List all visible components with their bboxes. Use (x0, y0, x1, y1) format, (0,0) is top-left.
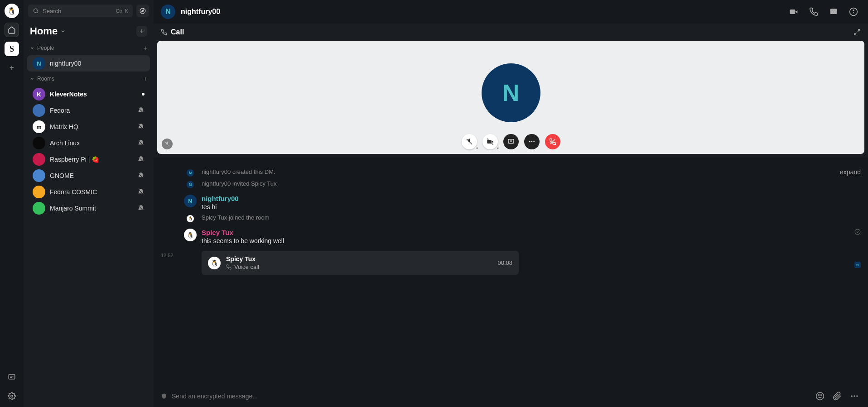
screenshare-button[interactable] (503, 134, 519, 149)
search-input[interactable]: Search Ctrl K (28, 5, 133, 17)
call-title: Call (171, 28, 184, 36)
call-tile[interactable]: 🐧 Spicy Tux Voice call 00:08 (202, 251, 519, 275)
compass-icon (140, 8, 146, 14)
room-info-button[interactable] (846, 5, 861, 19)
mic-toggle-button[interactable] (462, 134, 477, 149)
attach-button[interactable] (831, 390, 844, 402)
space-home[interactable] (5, 23, 19, 37)
emoji-icon (815, 392, 825, 401)
svg-point-32 (533, 141, 535, 143)
threads-icon (8, 373, 16, 381)
muted-indicator (137, 172, 145, 179)
muted-indicator (137, 188, 145, 196)
participant-muted-badge (162, 139, 173, 149)
people-label: People (37, 45, 54, 51)
bell-off-icon (137, 107, 145, 114)
people-item[interactable]: N nightfury00 (27, 55, 150, 72)
avatar: N (33, 57, 45, 70)
room-item[interactable]: K KleverNotes (27, 86, 150, 102)
room-header-title[interactable]: nightfury00 (181, 8, 220, 16)
room-item[interactable]: Raspberry Pi | 🍓 (27, 151, 150, 168)
svg-point-34 (855, 229, 860, 235)
room-header-avatar[interactable]: N (161, 5, 175, 19)
svg-point-3 (11, 395, 13, 397)
room-item[interactable]: Fedora (27, 102, 150, 119)
mic-off-icon (164, 141, 170, 147)
sent-indicator (854, 229, 861, 235)
bell-off-icon (137, 188, 145, 196)
settings-button[interactable] (5, 389, 19, 403)
search-icon (33, 8, 39, 14)
svg-point-38 (851, 395, 853, 397)
sender-name[interactable]: Spicy Tux (202, 229, 861, 236)
video-off-icon (487, 138, 494, 145)
sender-name[interactable]: nightfury00 (202, 195, 861, 202)
main-panel: N nightfury00 Call N (154, 0, 868, 407)
svg-marker-16 (795, 10, 797, 13)
room-name: Manjaro Summit (50, 205, 133, 212)
spaces-bar: 🐧 S + (0, 0, 24, 407)
room-item[interactable]: GNOME (27, 168, 150, 184)
rooms-section-header[interactable]: Rooms + (24, 72, 154, 86)
expand-button[interactable]: expand (840, 168, 861, 176)
add-space-button[interactable]: + (5, 61, 19, 75)
room-item[interactable]: m Matrix HQ (27, 119, 150, 135)
room-item[interactable]: Arch Linux (27, 135, 150, 151)
svg-point-35 (816, 393, 824, 400)
user-avatar[interactable]: 🐧 (5, 4, 19, 18)
expand-call-button[interactable] (854, 29, 861, 36)
emoji-button[interactable] (814, 390, 826, 402)
bell-off-icon (137, 139, 145, 147)
threads-button[interactable] (5, 370, 19, 384)
read-receipt: N (854, 262, 861, 268)
more-button[interactable] (848, 390, 861, 402)
room-item[interactable]: Fedora COSMIC (27, 184, 150, 200)
svg-line-33 (550, 139, 555, 144)
avatar (33, 186, 45, 198)
phone-icon (226, 264, 231, 270)
state-text: Spicy Tux joined the room (202, 214, 861, 221)
video-toggle-button[interactable] (482, 134, 498, 149)
svg-point-39 (854, 395, 855, 397)
timeline-event: N nightfury00 invited Spicy Tux (179, 178, 861, 190)
avatar (33, 153, 45, 166)
explore-button[interactable] (136, 5, 149, 17)
add-people-button[interactable]: + (144, 44, 147, 52)
search-placeholder: Search (43, 8, 61, 14)
call-widget: Call N (154, 24, 868, 158)
message-input[interactable]: Send an encrypted message... (172, 393, 809, 400)
timeline-event: 🐧 Spicy Tux joined the room (179, 212, 861, 224)
room-item[interactable]: Manjaro Summit (27, 200, 150, 216)
svg-point-40 (856, 395, 858, 397)
message-body: this seems to be working well (202, 237, 861, 244)
room-name: Fedora (50, 107, 133, 114)
phone-icon (809, 7, 818, 16)
timeline-event: N nightfury00 tes hi (179, 193, 861, 212)
avatar (33, 137, 45, 149)
shield-icon (161, 393, 167, 399)
add-room-button[interactable]: + (144, 75, 147, 82)
chevron-down-icon (30, 46, 34, 50)
voice-call-button[interactable] (806, 5, 821, 19)
hangup-button[interactable] (545, 134, 560, 149)
threads-button[interactable] (826, 5, 841, 19)
bell-off-icon (137, 172, 145, 179)
home-header: Home + (24, 22, 154, 41)
video-call-button[interactable] (786, 5, 801, 19)
people-section-header[interactable]: People + (24, 41, 154, 55)
svg-line-5 (37, 12, 39, 14)
space-s[interactable]: S (5, 42, 19, 56)
svg-rect-0 (9, 374, 15, 379)
muted-indicator (137, 156, 145, 163)
timeline-event: 12:52 🐧 Spicy Tux Voice call 00:08 N (179, 249, 861, 277)
svg-point-31 (531, 141, 532, 143)
chevron-down-icon[interactable] (60, 29, 66, 34)
avatar: K (33, 88, 45, 101)
home-title: Home (30, 25, 58, 37)
more-options-button[interactable] (524, 134, 540, 149)
bell-off-icon (137, 205, 145, 212)
room-name: Raspberry Pi | 🍓 (50, 156, 133, 163)
call-participant-avatar: N (482, 63, 540, 122)
add-room-button[interactable]: + (136, 26, 147, 37)
svg-marker-26 (491, 140, 493, 143)
